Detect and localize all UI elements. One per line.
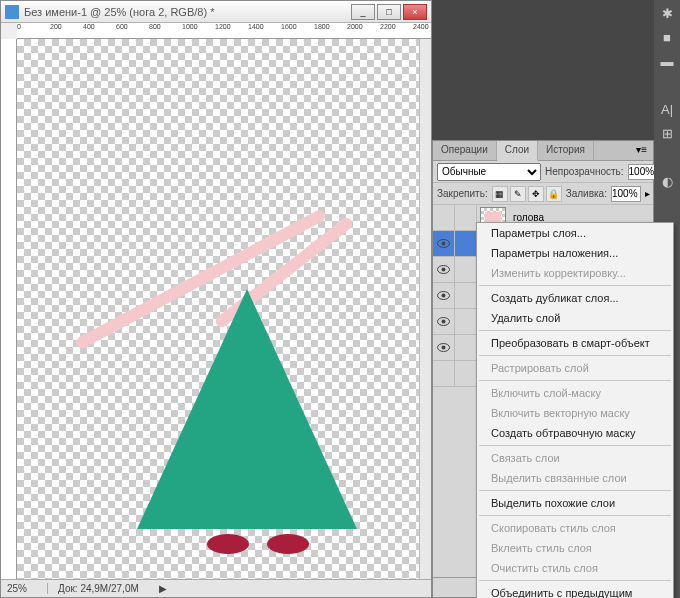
lock-label: Закрепить: [437, 188, 488, 199]
tab-history[interactable]: История [538, 141, 594, 160]
lock-all-icon[interactable]: 🔒 [546, 186, 562, 202]
menu-item[interactable]: Выделить похожие слои [477, 493, 673, 513]
visibility-toggle[interactable] [433, 361, 455, 387]
statusbar: 25% Док: 24,9M/27,0M ▶ [1, 579, 431, 597]
menu-item[interactable]: Удалить слой [477, 308, 673, 328]
lock-pixels-icon[interactable]: ✎ [510, 186, 526, 202]
ruler-mark: 1000 [182, 23, 198, 30]
tool-button[interactable] [658, 196, 676, 214]
ruler-mark: 2000 [347, 23, 363, 30]
menu-separator [479, 380, 671, 381]
ruler-mark: 1400 [248, 23, 264, 30]
menu-item: Связать слои [477, 448, 673, 468]
menu-item[interactable]: Преобразовать в смарт-объект [477, 333, 673, 353]
fill-arrow-icon[interactable]: ▸ [645, 188, 650, 199]
ruler-mark: 1600 [281, 23, 297, 30]
visibility-toggle[interactable] [433, 335, 455, 361]
maximize-button[interactable]: □ [377, 4, 401, 20]
tool-button[interactable]: ▬ [658, 52, 676, 70]
menu-item[interactable]: Объединить с предыдущим [477, 583, 673, 598]
fill-input[interactable]: 100% [611, 186, 641, 202]
visibility-toggle[interactable] [433, 205, 455, 231]
menu-item[interactable]: Создать обтравочную маску [477, 423, 673, 443]
ruler-mark: 1200 [215, 23, 231, 30]
visibility-toggle[interactable] [433, 257, 455, 283]
zoom-level[interactable]: 25% [7, 583, 27, 594]
tool-button[interactable]: A| [658, 100, 676, 118]
menu-item: Изменить корректировку... [477, 263, 673, 283]
svg-point-1 [442, 242, 446, 246]
link-cell[interactable] [455, 257, 477, 283]
lock-position-icon[interactable]: ✥ [528, 186, 544, 202]
link-cell[interactable] [455, 361, 477, 387]
menu-separator [479, 330, 671, 331]
layer-foot2 [267, 534, 309, 554]
menu-item: Очистить стиль слоя [477, 558, 673, 578]
menu-item[interactable]: Параметры наложения... [477, 243, 673, 263]
docsize-value: 24,9M/27,0M [80, 583, 138, 594]
ruler-vertical[interactable] [1, 39, 17, 579]
link-cell[interactable] [455, 231, 477, 257]
svg-point-5 [442, 294, 446, 298]
statusbar-arrow-icon[interactable]: ▶ [159, 583, 167, 594]
menu-item: Вклеить стиль слоя [477, 538, 673, 558]
link-cell[interactable] [455, 283, 477, 309]
menu-item: Включить векторную маску [477, 403, 673, 423]
tool-button[interactable]: ✱ [658, 4, 676, 22]
titlebar[interactable]: Без имени-1 @ 25% (нога 2, RGB/8) * _ □ … [1, 1, 431, 23]
lock-transparency-icon[interactable]: ▦ [492, 186, 508, 202]
app-icon [5, 5, 19, 19]
canvas[interactable] [17, 39, 419, 579]
menu-separator [479, 580, 671, 581]
scrollbar-vertical[interactable] [419, 39, 431, 579]
svg-point-7 [442, 320, 446, 324]
panel-menu-icon[interactable]: ▾≡ [630, 141, 653, 160]
tool-button[interactable] [658, 76, 676, 94]
opacity-label: Непрозрачность: [545, 166, 624, 177]
document-window: Без имени-1 @ 25% (нога 2, RGB/8) * _ □ … [0, 0, 432, 598]
menu-item: Растрировать слой [477, 358, 673, 378]
minimize-button[interactable]: _ [351, 4, 375, 20]
ruler-mark: 200 [50, 23, 62, 30]
tool-button[interactable] [658, 148, 676, 166]
tool-button[interactable]: ■ [658, 28, 676, 46]
ruler-horizontal[interactable]: 0200400600800100012001400160018002000220… [17, 23, 431, 39]
svg-point-3 [442, 268, 446, 272]
link-cell[interactable] [455, 205, 477, 231]
ruler-mark: 0 [17, 23, 21, 30]
menu-separator [479, 490, 671, 491]
menu-separator [479, 515, 671, 516]
menu-separator [479, 285, 671, 286]
visibility-toggle[interactable] [433, 283, 455, 309]
layer-foot1 [207, 534, 249, 554]
tab-layers[interactable]: Слои [497, 141, 538, 161]
visibility-toggle[interactable] [433, 309, 455, 335]
link-cell[interactable] [455, 335, 477, 361]
artwork [17, 39, 419, 579]
link-cell[interactable] [455, 309, 477, 335]
menu-item: Выделить связанные слои [477, 468, 673, 488]
ruler-mark: 2200 [380, 23, 396, 30]
close-button[interactable]: × [403, 4, 427, 20]
ruler-mark: 800 [149, 23, 161, 30]
menu-item: Включить слой-маску [477, 383, 673, 403]
ruler-mark: 1800 [314, 23, 330, 30]
tool-button[interactable]: ⊞ [658, 124, 676, 142]
layer-context-menu: Параметры слоя...Параметры наложения...И… [476, 222, 674, 598]
ruler-mark: 400 [83, 23, 95, 30]
ruler-mark: 600 [116, 23, 128, 30]
svg-point-9 [442, 346, 446, 350]
menu-item[interactable]: Создать дубликат слоя... [477, 288, 673, 308]
opacity-input[interactable]: 100% [628, 164, 658, 180]
tab-operations[interactable]: Операции [433, 141, 497, 160]
tool-button[interactable]: ◐ [658, 172, 676, 190]
menu-separator [479, 355, 671, 356]
layer-tree [137, 289, 357, 529]
blendmode-select[interactable]: Обычные [437, 163, 541, 181]
menu-item[interactable]: Параметры слоя... [477, 223, 673, 243]
fill-label: Заливка: [566, 188, 607, 199]
docsize-label: Док: [58, 583, 78, 594]
menu-separator [479, 445, 671, 446]
ruler-mark: 2400 [413, 23, 429, 30]
visibility-toggle[interactable] [433, 231, 455, 257]
